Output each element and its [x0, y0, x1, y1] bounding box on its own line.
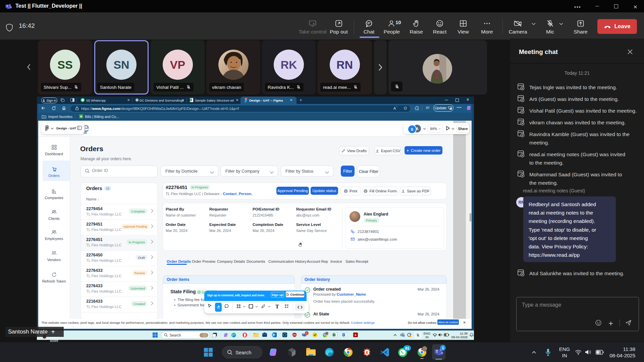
svg-text:W: W — [343, 334, 345, 336]
svg-text:!: ! — [451, 108, 451, 110]
svg-text:X: X — [333, 334, 335, 336]
svg-text:T: T — [6, 5, 8, 8]
svg-text:T: T — [436, 350, 438, 354]
svg-text:A: A — [355, 334, 357, 337]
svg-text:B: B — [80, 115, 82, 118]
svg-text:X: X — [190, 99, 192, 101]
svg-text:T: T — [303, 334, 304, 336]
